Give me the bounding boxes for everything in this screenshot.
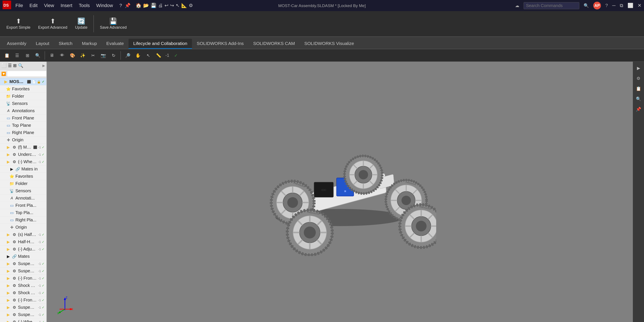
tab-cam[interactable]: SOLIDWORKS CAM — [248, 39, 300, 49]
tab-addins[interactable]: SOLIDWORKS Add-Ins — [192, 39, 248, 49]
tree-item-mates-in[interactable]: ▶ 🔗 Mates in — [0, 165, 46, 173]
rp-btn5[interactable]: 📌 — [634, 104, 643, 114]
tree-item-front-plane[interactable]: ▭ Front Plane — [0, 115, 46, 122]
tree-root[interactable]: ▶ MOST Car Assembly ⬛ 📄 🔒 ✓ — [0, 78, 46, 85]
redo-icon[interactable]: ↪ — [170, 3, 174, 8]
menu-edit[interactable]: Edit — [29, 3, 38, 8]
tree-item-top-plane2[interactable]: ▭ Top Pla... — [0, 209, 46, 216]
toolbar-display-btn[interactable]: 🖥 — [47, 51, 56, 60]
tree-item-right-plane[interactable]: ▭ Right Plane — [0, 129, 46, 136]
tree-item-susp1[interactable]: ▶ ⚙ Suspension L... -1 ✓ — [0, 260, 46, 267]
measure-icon[interactable]: 📐 — [181, 3, 187, 8]
tab-layout[interactable]: Layout — [31, 39, 54, 49]
tree-item-susp4[interactable]: ▶ ⚙ Suspension L... -1 ✓ — [0, 311, 46, 318]
search-icon[interactable]: 🔍 — [584, 3, 589, 8]
tab-assembly[interactable]: Assembly — [2, 39, 31, 49]
settings-icon[interactable]: ⚙ — [189, 3, 193, 8]
close-button[interactable]: ✕ — [638, 3, 642, 8]
menu-insert[interactable]: Insert — [61, 3, 72, 8]
tree-item-sensors[interactable]: 📡 Sensors — [0, 100, 46, 107]
tab-visualize[interactable]: SOLIDWORKS Visualize — [300, 39, 359, 49]
export-advanced-button[interactable]: ⬆ Export Advanced — [35, 17, 70, 31]
minimize-button[interactable]: ─ — [612, 3, 616, 8]
tab-lifecycle[interactable]: Lifecycle and Collaboration — [128, 39, 192, 49]
tree-item-front-whe1[interactable]: ▶ ⚙ (-) Front Whe... -1 ✓ — [0, 275, 46, 282]
tree-expand-icon[interactable]: ▶ — [42, 64, 45, 68]
menu-file[interactable]: File — [16, 3, 23, 8]
tree-item-susp2[interactable]: ▶ ⚙ Suspension L... -1 ✓ — [0, 267, 46, 275]
tree-item-annotations[interactable]: A Annotations — [0, 107, 46, 115]
tree-item-fav2[interactable]: ⭐ Favorites — [0, 173, 46, 180]
viewport[interactable]: □□□ ▣ — [47, 62, 633, 322]
toolbar-list-btn[interactable]: ☰ — [12, 51, 22, 60]
tree-item-favorites[interactable]: ⭐ Favorites — [0, 85, 46, 93]
rp-btn3[interactable]: 📋 — [634, 84, 643, 93]
tree-item-shock2[interactable]: ▶ ⚙ Shock Absor... -1 ✓ — [0, 289, 46, 297]
tree-item-wheel-sub2[interactable]: ▶ ⚙ (-) Wheel Sub... -1 ✓ — [0, 318, 46, 322]
select-icon[interactable]: ↖ — [176, 3, 180, 8]
tree-item-front-whe2[interactable]: ▶ ⚙ (-) Front Whe... -1 ✓ — [0, 297, 46, 304]
tree-item-mates[interactable]: ▶ 🔗 Mates — [0, 253, 46, 260]
maximize-button[interactable]: ⬜ — [628, 3, 633, 8]
search-input[interactable] — [524, 2, 579, 9]
tree-item-shock1[interactable]: ▶ ⚙ Shock Absor... -1 ✓ — [0, 282, 46, 289]
tree-item-folder2[interactable]: 📁 Folder — [0, 180, 46, 187]
print-icon[interactable]: 🖨 — [158, 3, 163, 8]
save-icon[interactable]: 💾 — [150, 3, 156, 8]
rp-btn2[interactable]: ⚙ — [634, 74, 643, 83]
tree-item-top-plane[interactable]: ▭ Top Plane — [0, 122, 46, 129]
toolbar-search-btn[interactable]: 🔍 — [33, 51, 42, 60]
tree-item-front-plane2[interactable]: ▭ Front Pla... — [0, 202, 46, 209]
menu-view[interactable]: View — [44, 3, 54, 8]
home-icon[interactable]: 🏠 — [136, 3, 142, 8]
toolbar-featuretree-btn[interactable]: 📋 — [2, 51, 12, 60]
toolbar-zoom-btn[interactable]: 🔎 — [123, 51, 132, 60]
toolbar-check-btn[interactable]: ✓ — [172, 51, 181, 60]
menu-tools[interactable]: Tools — [79, 3, 90, 8]
help-icon[interactable]: ? — [605, 3, 608, 8]
tab-sketch[interactable]: Sketch — [54, 39, 77, 49]
rp-btn1[interactable]: ▶ — [634, 63, 643, 73]
pin-icon[interactable]: 📌 — [125, 3, 130, 8]
tree-icon-btn2[interactable]: ☰ — [8, 63, 12, 68]
tree-item-most-car[interactable]: ▶ ⚙ (f) MOST Car ⬛ -1 ✓ — [0, 144, 46, 151]
tree-item-halfh[interactable]: ▶ ⚙ (s) Half-H... -1 ✓ — [0, 231, 46, 238]
tree-item-susp3[interactable]: ▶ ⚙ Suspension L... -1 ✓ — [0, 304, 46, 311]
sh1-check: ✓ — [42, 284, 44, 288]
toolbar-hide-btn[interactable]: 👁 — [58, 51, 67, 60]
toolbar-pan-btn[interactable]: ✋ — [133, 51, 143, 60]
rp-btn4[interactable]: 🔍 — [634, 94, 643, 104]
tree-icon-btn4[interactable]: 🔍 — [18, 63, 23, 68]
tree-icon-btn1[interactable]: ⬜ — [1, 63, 7, 68]
export-simple-button[interactable]: ⬆ Export Simple — [4, 17, 34, 31]
update-button[interactable]: 🔄 Update — [72, 17, 90, 31]
toolbar-section-btn[interactable]: ✂ — [88, 51, 98, 60]
restore-button[interactable]: ⧉ — [620, 3, 623, 8]
menu-help[interactable]: ? — [119, 3, 122, 8]
toolbar-grid-btn[interactable]: ⊞ — [23, 51, 32, 60]
tree-item-undercarriage[interactable]: ▶ ⚙ Undercarriage -1 ✓ — [0, 151, 46, 158]
tree-item-halfhub[interactable]: ▶ ⚙ Half-Hub... -1 ✓ — [0, 238, 46, 246]
toolbar-rotate-btn[interactable]: ↻ — [109, 51, 118, 60]
undo-icon[interactable]: ↩ — [164, 3, 168, 8]
tree-item-right-plane2[interactable]: ▭ Right Pla... — [0, 216, 46, 224]
toolbar-select-btn[interactable]: ↖ — [144, 51, 153, 60]
tree-item-origin2[interactable]: ✛ Origin — [0, 224, 46, 231]
folder-open-icon[interactable]: 📂 — [143, 3, 149, 8]
toolbar-color-btn[interactable]: 🎨 — [68, 51, 77, 60]
tab-markup[interactable]: Markup — [77, 39, 102, 49]
tree-item-folder[interactable]: 📁 Folder — [0, 93, 46, 100]
menu-window[interactable]: Window — [96, 3, 113, 8]
tree-item-annot2[interactable]: A Annotati... — [0, 195, 46, 202]
tab-evaluate[interactable]: Evaluate — [102, 39, 128, 49]
toolbar-view-btn[interactable]: 📷 — [98, 51, 108, 60]
tree-item-wheel-sub[interactable]: ▶ ⚙ (-) Wheel Sub -1 ✓ — [0, 158, 46, 165]
tree-filter-input[interactable] — [7, 71, 47, 77]
save-advanced-button[interactable]: 💾 Save Advanced — [97, 17, 130, 31]
toolbar-appearance-btn[interactable]: ✨ — [78, 51, 88, 60]
tree-item-sensors2[interactable]: 📡 Sensors — [0, 187, 46, 195]
toolbar-measure2-btn[interactable]: 📏 — [154, 51, 163, 60]
tree-icon-btn3[interactable]: ⊞ — [13, 63, 17, 68]
tree-item-origin[interactable]: ✛ Origin — [0, 136, 46, 144]
tree-item-adju[interactable]: ▶ ⚙ (-) Adju... -1 ✓ — [0, 246, 46, 253]
